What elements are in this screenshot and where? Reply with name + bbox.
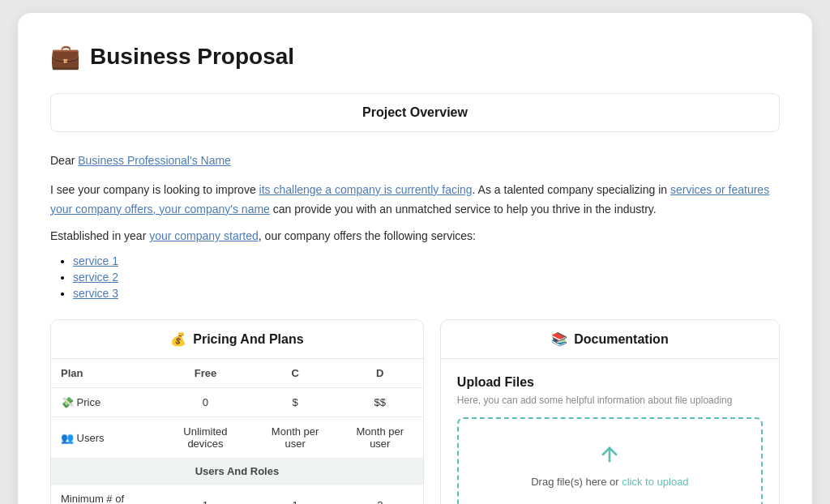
documentation-section: 📚 Documentation Upload Files Here, you c… [440, 319, 780, 504]
users-free: Unlimited devices [157, 417, 253, 459]
service-2-link[interactable]: service 2 [73, 271, 118, 284]
para1-before: I see your company is looking to improve [50, 183, 259, 196]
business-professional-link[interactable]: Business Professional's Name [78, 154, 231, 167]
dear-line: Dear Business Professional's Name [50, 152, 780, 171]
page-title: 💼 Business Proposal [50, 42, 780, 70]
upload-arrow-icon [597, 442, 622, 468]
service-3-link[interactable]: service 3 [73, 287, 118, 300]
min-users-free: 1 [157, 485, 253, 504]
challenge-link[interactable]: its challenge a company is currently fac… [259, 183, 473, 196]
col-d: D [337, 359, 423, 388]
drag-text: Drag file(s) here or [531, 476, 622, 488]
table-header-row: Plan Free C D [51, 359, 423, 388]
upload-title: Upload Files [457, 375, 763, 390]
upload-dropzone[interactable]: Drag file(s) here or click to upload [457, 417, 763, 504]
dear-label: Dear [50, 154, 78, 167]
col-c: C [254, 359, 337, 388]
price-label: 💸 Price [51, 388, 157, 417]
users-c: Month per user [254, 417, 337, 459]
upload-description: Here, you can add some helpful informati… [457, 395, 763, 406]
documentation-label: Documentation [574, 332, 668, 347]
main-card: 💼 Business Proposal Project Overview Dea… [18, 13, 812, 504]
project-overview-header: Project Overview [50, 93, 780, 132]
col-plan: Plan [51, 359, 157, 388]
title-text: Business Proposal [90, 44, 294, 70]
briefcase-icon: 💼 [50, 42, 80, 70]
min-users-d: 2 [337, 485, 423, 504]
table-row: 💸 Price 0 $ $$ [51, 388, 423, 417]
bottom-row: 💰 Pricing And Plans Plan Free C D 💸 Pric… [50, 319, 780, 504]
para2-before: Established in year [50, 229, 149, 242]
min-users-label: Minimum # of users [51, 485, 157, 504]
users-and-roles-label: Users And Roles [51, 459, 423, 485]
pricing-header: 💰 Pricing And Plans [51, 320, 423, 359]
service-1-link[interactable]: service 1 [73, 254, 118, 267]
intro-paragraph: I see your company is looking to improve… [50, 181, 780, 220]
min-users-c: 1 [254, 485, 337, 504]
para1-after: can provide you with an unmatched servic… [270, 203, 657, 216]
click-to-upload-link[interactable]: click to upload [622, 476, 688, 488]
books-icon: 📚 [551, 331, 567, 347]
col-free: Free [157, 359, 253, 388]
doc-body: Upload Files Here, you can add some help… [441, 359, 779, 504]
price-c: $ [254, 388, 337, 417]
documentation-header: 📚 Documentation [441, 320, 779, 359]
price-free: 0 [157, 388, 253, 417]
upload-text: Drag file(s) here or click to upload [531, 476, 688, 488]
pricing-section: 💰 Pricing And Plans Plan Free C D 💸 Pric… [50, 319, 424, 504]
table-row: Minimum # of users 1 1 2 [51, 485, 423, 504]
para2-after: , our company offers the following servi… [259, 229, 476, 242]
pricing-table: Plan Free C D 💸 Price 0 $ $$ 👥 Users [51, 359, 423, 504]
users-label: 👥 Users [51, 417, 157, 459]
company-started-link[interactable]: your company started [149, 229, 259, 242]
money-bag-icon: 💰 [170, 331, 186, 347]
list-item: service 3 [73, 287, 780, 300]
established-paragraph: Established in year your company started… [50, 227, 780, 246]
price-d: $$ [337, 388, 423, 417]
para1-middle: . As a talented company specializing in [473, 183, 670, 196]
list-item: service 2 [73, 271, 780, 284]
users-and-roles-group-row: Users And Roles [51, 459, 423, 485]
services-list: service 1 service 2 service 3 [50, 254, 780, 300]
list-item: service 1 [73, 254, 780, 267]
pricing-label: Pricing And Plans [193, 332, 303, 347]
users-d: Month per user [337, 417, 423, 459]
table-row: 👥 Users Unlimited devices Month per user… [51, 417, 423, 459]
